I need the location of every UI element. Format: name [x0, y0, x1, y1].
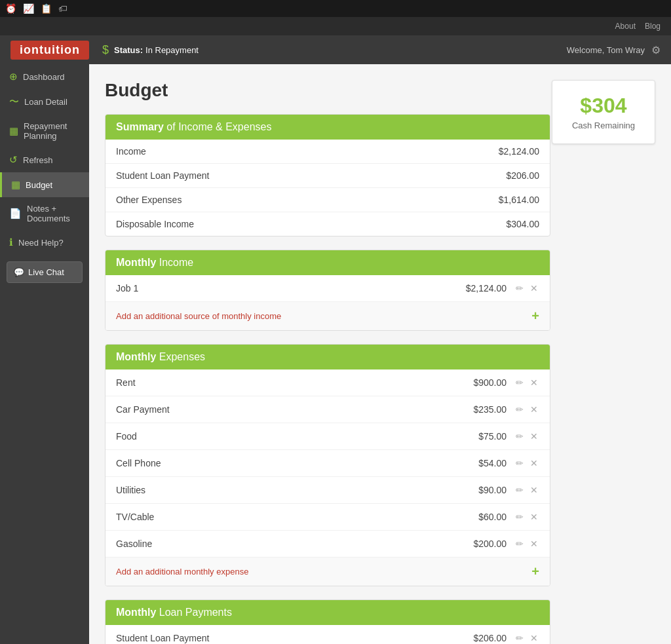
expense-rent-amount: $900.00: [473, 377, 507, 388]
expense-car-label: Car Payment: [116, 404, 473, 415]
income-item-label: Job 1: [116, 283, 466, 294]
sidebar-item-loan-detail[interactable]: 〜 Loan Detail: [0, 89, 89, 115]
cash-label: Cash Remaining: [572, 121, 635, 130]
phone-edit-button[interactable]: ✏: [514, 457, 525, 470]
add-income-plus-icon: +: [531, 309, 539, 324]
rent-delete-button[interactable]: ✕: [529, 376, 539, 389]
sidebar-item-help[interactable]: ℹ Need Help?: [0, 230, 89, 255]
sidebar-item-label: Budget: [26, 180, 52, 190]
summary-loan-label: Student Loan Payment: [116, 170, 209, 181]
expense-car-actions: ✏ ✕: [514, 403, 539, 416]
add-expense-row[interactable]: Add an additional monthly expense +: [105, 558, 550, 586]
clock-icon: ⏰: [5, 3, 16, 14]
about-link[interactable]: About: [615, 22, 636, 31]
expense-gasoline-amount: $200.00: [473, 539, 507, 549]
food-delete-button[interactable]: ✕: [529, 430, 539, 443]
summary-row-loan: Student Loan Payment $206.00: [105, 164, 550, 188]
sidebar-item-label: Refresh: [23, 155, 53, 165]
food-edit-button[interactable]: ✏: [514, 430, 525, 443]
summary-header: Summary of Income & Expenses: [105, 115, 550, 140]
file-icon: 📋: [41, 3, 52, 14]
monthly-loan-header-bold: Monthly: [116, 607, 156, 618]
loan-item-student: Student Loan Payment $206.00 ✏ ✕: [105, 625, 550, 644]
add-income-row[interactable]: Add an additional source of monthly inco…: [105, 302, 550, 330]
loan-item-amount: $206.00: [473, 633, 507, 643]
sidebar-item-label: Notes + Documents: [27, 204, 80, 223]
expense-utilities-amount: $90.00: [478, 485, 507, 495]
sidebar-item-label: Dashboard: [23, 72, 65, 82]
expense-tv-amount: $60.00: [478, 512, 507, 522]
expense-phone-actions: ✏ ✕: [514, 457, 539, 470]
summary-section: Summary of Income & Expenses Income $2,1…: [105, 114, 550, 237]
gear-icon[interactable]: ⚙: [651, 44, 661, 56]
expense-item-food: Food $75.00 ✏ ✕: [105, 423, 550, 450]
expense-item-phone: Cell Phone $54.00 ✏ ✕: [105, 450, 550, 477]
expense-item-utilities: Utilities $90.00 ✏ ✕: [105, 477, 550, 504]
rent-edit-button[interactable]: ✏: [514, 376, 525, 389]
expense-car-amount: $235.00: [473, 404, 507, 415]
monthly-expenses-header-bold: Monthly: [116, 351, 156, 362]
system-bar: ⏰ 📈 📋 🏷: [0, 0, 671, 17]
gasoline-delete-button[interactable]: ✕: [529, 537, 539, 550]
header-status: $ Status: In Repayment: [102, 43, 199, 57]
dashboard-icon: ⊕: [9, 71, 18, 83]
status-label: Status:: [114, 45, 143, 55]
income-edit-button[interactable]: ✏: [514, 282, 525, 295]
monthly-income-header: Monthly Income: [105, 250, 550, 275]
income-item-amount: $2,124.00: [466, 283, 507, 294]
sidebar-item-repayment[interactable]: ▦ Repayment Planning: [0, 115, 89, 147]
monthly-expenses-section: Monthly Expenses Rent $900.00 ✏ ✕ Car Pa…: [105, 344, 550, 586]
loan-item-actions: ✏ ✕: [514, 632, 539, 644]
phone-delete-button[interactable]: ✕: [529, 457, 539, 470]
car-delete-button[interactable]: ✕: [529, 403, 539, 416]
expense-utilities-label: Utilities: [116, 485, 478, 495]
expense-food-label: Food: [116, 431, 478, 442]
sidebar-item-notes[interactable]: 📄 Notes + Documents: [0, 197, 89, 230]
sidebar-item-dashboard[interactable]: ⊕ Dashboard: [0, 64, 89, 89]
sidebar-item-budget[interactable]: ▦ Budget: [0, 172, 89, 197]
utilities-delete-button[interactable]: ✕: [529, 483, 539, 497]
summary-header-bold: Summary: [116, 121, 164, 132]
summary-header-light: of Income & Expenses: [164, 121, 272, 132]
expense-tv-actions: ✏ ✕: [514, 510, 539, 523]
loan-edit-button[interactable]: ✏: [514, 632, 525, 644]
expense-phone-label: Cell Phone: [116, 458, 478, 468]
budget-icon: ▦: [11, 179, 20, 191]
expense-phone-amount: $54.00: [478, 458, 507, 468]
repayment-icon: ▦: [9, 125, 18, 137]
monthly-expenses-header: Monthly Expenses: [105, 345, 550, 369]
monthly-loan-header: Monthly Loan Payments: [105, 600, 550, 625]
monthly-loan-header-light: Loan Payments: [156, 607, 232, 618]
tag-icon: 🏷: [58, 3, 67, 14]
loan-icon: 〜: [9, 96, 19, 108]
utilities-edit-button[interactable]: ✏: [514, 483, 525, 497]
expense-item-gasoline: Gasoline $200.00 ✏ ✕: [105, 531, 550, 558]
income-item-job1: Job 1 $2,124.00 ✏ ✕: [105, 275, 550, 302]
summary-expenses-amount: $1,614.00: [499, 195, 539, 205]
gasoline-edit-button[interactable]: ✏: [514, 537, 525, 550]
sidebar-item-label: Repayment Planning: [24, 121, 80, 141]
chat-icon: 💬: [14, 267, 24, 277]
car-edit-button[interactable]: ✏: [514, 403, 525, 416]
top-bar: About Blog: [0, 17, 671, 35]
tv-edit-button[interactable]: ✏: [514, 510, 525, 523]
tv-delete-button[interactable]: ✕: [529, 510, 539, 523]
blog-link[interactable]: Blog: [645, 22, 661, 31]
app-logo: iontuition: [10, 41, 89, 60]
sidebar-item-refresh[interactable]: ↺ Refresh: [0, 147, 89, 172]
app-header: iontuition $ Status: In Repayment Welcom…: [0, 35, 671, 64]
expense-gasoline-actions: ✏ ✕: [514, 537, 539, 550]
add-expense-plus-icon: +: [531, 564, 539, 579]
income-delete-button[interactable]: ✕: [529, 282, 539, 295]
summary-disposable-label: Disposable Income: [116, 219, 194, 229]
expense-food-amount: $75.00: [478, 431, 507, 442]
summary-disposable-amount: $304.00: [506, 219, 539, 229]
sidebar-item-label: Need Help?: [18, 238, 64, 248]
activity-icon: 📈: [23, 3, 34, 14]
live-chat-label: Live Chat: [28, 267, 64, 277]
cash-amount: $304: [572, 94, 635, 118]
loan-delete-button[interactable]: ✕: [529, 632, 539, 644]
sidebar: ⊕ Dashboard 〜 Loan Detail ▦ Repayment Pl…: [0, 64, 89, 644]
live-chat-button[interactable]: 💬 Live Chat: [7, 261, 83, 283]
monthly-loan-section: Monthly Loan Payments Student Loan Payme…: [105, 599, 550, 644]
